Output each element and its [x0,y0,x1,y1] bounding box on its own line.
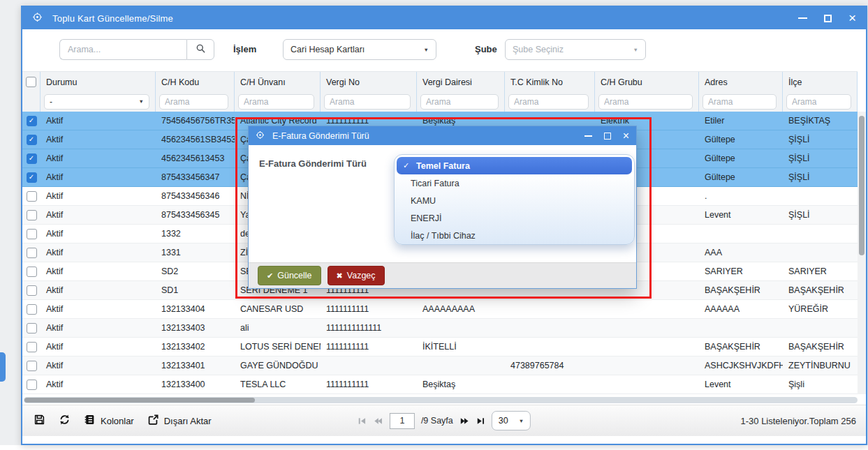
filter-input-7[interactable] [703,94,777,110]
sube-label: Şube [475,44,497,54]
row-checkbox[interactable] [27,229,37,239]
docked-panel-tab[interactable] [0,352,6,382]
row-checkbox[interactable] [27,304,37,315]
cell-8 [783,319,858,337]
row-checkbox[interactable] [27,380,37,390]
cell-2: GAYE GÜNDOĞDU [235,357,321,375]
previous-page-button[interactable] [373,417,383,426]
next-page-button[interactable] [459,417,470,426]
horizontal-scrollbar[interactable] [24,397,858,403]
cell-8: ŞİŞLİ [783,130,858,149]
column-header-7[interactable]: Adres [699,72,783,92]
record-count-status: 1-30 Listeleniyor.Toplam 256 [741,416,867,426]
row-checkbox[interactable]: ✓ [27,116,37,126]
table-row[interactable]: Aktif132133400TESLA LLC1111111111Beşikta… [22,375,858,394]
table-row[interactable]: Aktif132133403ali1111111111111 [22,319,858,338]
row-checkbox[interactable] [27,342,37,352]
update-button-label: Güncelle [277,271,311,280]
filter-input-3[interactable] [324,94,411,110]
horizontal-scrollbar-thumb[interactable] [24,398,255,403]
column-header-3[interactable]: Vergi No [321,72,417,92]
column-header-5[interactable]: T.C Kimlik No [505,72,595,92]
efatura-option-2[interactable]: ✓KAMU [395,192,634,209]
search-button[interactable] [186,39,214,60]
update-button[interactable]: ✔ Güncelle [258,266,321,285]
minimize-button[interactable] [798,13,807,24]
search-icon [196,43,206,57]
export-button[interactable]: Dışarı Aktar [147,414,212,428]
column-header-1[interactable]: C/H Kodu [156,72,235,92]
window-title: Toplu Kart Güncelleme/Silme [52,13,173,24]
row-checkbox[interactable]: ✓ [27,135,37,145]
cell-2: LOTUS SERİ DENEME C... [235,338,321,356]
filter-input-6[interactable] [598,94,693,110]
filter-input-1[interactable] [159,94,228,110]
page-number-input[interactable] [390,413,415,429]
efatura-options-list: ✓Temel Fatura✓Ticari Fatura✓KAMU✓ENERJİ✓… [394,154,635,245]
cell-0: Aktif [41,375,156,393]
option-label: ENERJİ [411,213,441,223]
status-filter-select[interactable]: -▼ [44,94,149,110]
page-count-label: /9 Sayfa [421,416,453,426]
row-checkbox[interactable] [27,248,37,258]
row-checkbox[interactable] [27,210,37,220]
cell-7: . [699,187,783,205]
modal-close-button[interactable]: × [623,132,629,140]
first-page-button[interactable] [358,417,367,426]
modal-minimize-button[interactable] [584,130,592,142]
columns-button-label: Kolonlar [101,416,134,426]
check-icon: ✔ [267,271,273,280]
row-checkbox[interactable]: ✓ [27,172,37,183]
row-checkbox[interactable] [27,323,37,333]
cell-7: Gültepe [699,168,783,186]
column-header-8[interactable]: İlçe [783,72,858,92]
save-layout-button[interactable] [34,414,45,428]
islem-label: İşlem [233,44,256,54]
maximize-button[interactable] [824,13,832,24]
column-header-4[interactable]: Vergi Dairesi [417,72,505,92]
filter-cell-1 [156,91,235,112]
row-checkbox[interactable] [27,267,37,277]
cell-3: 1111111111 [321,375,417,393]
column-header-0[interactable]: Durumu [41,72,156,92]
efatura-field-label: E-Fatura Gönderimi Türü [259,158,367,169]
columns-button[interactable]: Kolonlar [84,414,134,428]
sube-dropdown[interactable]: Şube Seçiniz ▼ [505,39,646,60]
modal-maximize-button[interactable] [604,130,611,142]
cancel-button[interactable]: ✖ Vazgeç [328,266,385,285]
cell-1: 132133404 [156,300,235,318]
efatura-option-4[interactable]: ✓İlaç / Tıbbi Cihaz [395,227,634,244]
efatura-option-0[interactable]: ✓Temel Fatura [397,157,632,174]
table-row[interactable]: Aktif132133401GAYE GÜNDOĞDU47389765784AS… [22,357,858,375]
cell-0: Aktif [41,262,156,280]
row-checkbox[interactable] [27,191,37,202]
cell-8: YÜREĞİR [783,300,858,318]
row-checkbox[interactable] [27,285,37,296]
row-checkbox[interactable] [27,361,37,371]
select-all-checkbox[interactable] [26,77,36,87]
vertical-scrollbar-thumb[interactable] [859,116,865,255]
filter-input-4[interactable] [420,94,499,110]
filter-input-2[interactable] [238,94,314,110]
efatura-option-3[interactable]: ✓ENERJİ [395,209,634,227]
row-checkbox[interactable]: ✓ [27,153,37,164]
efatura-option-1[interactable]: ✓Ticari Fatura [395,174,634,192]
page-size-select[interactable]: 30 ▼ [492,411,531,430]
close-button[interactable]: × [848,13,856,24]
vertical-scrollbar[interactable] [858,112,866,394]
refresh-button[interactable] [59,414,71,428]
cell-7: Gültepe [699,149,783,167]
cell-0: Aktif [41,206,156,224]
islem-dropdown[interactable]: Cari Hesap Kartları ▼ [283,39,436,60]
option-label: Temel Fatura [416,161,470,171]
column-header-6[interactable]: C/H Grubu [595,72,699,92]
chevron-down-icon: ▼ [633,47,638,53]
filter-input-8[interactable] [786,94,851,110]
table-row[interactable]: Aktif132133404CANESAR USD1111111111AAAAA… [22,300,858,319]
search-input[interactable] [59,39,186,60]
filter-input-5[interactable] [508,94,589,110]
last-page-button[interactable] [476,417,485,426]
cell-7: AAAAAA [699,300,783,318]
table-row[interactable]: Aktif132133402LOTUS SERİ DENEME C...1111… [22,338,858,357]
column-header-2[interactable]: C/H Ünvanı [235,72,321,92]
